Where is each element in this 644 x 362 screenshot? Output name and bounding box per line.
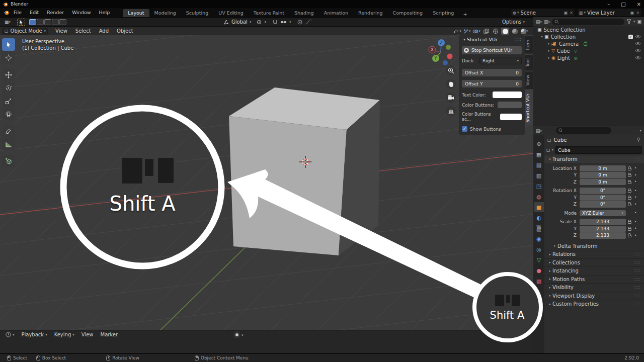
show-buttons-checkbox[interactable]: ✓ <box>462 126 467 132</box>
funnel-filter-icon[interactable] <box>626 19 631 24</box>
collection-checkbox[interactable]: ✓ <box>628 35 633 39</box>
gizmo-y-neg[interactable] <box>446 45 451 50</box>
tool-rotate[interactable] <box>2 81 15 94</box>
lock-icon[interactable] <box>626 180 633 184</box>
show-gizmo-toggle[interactable]: ▾ <box>463 28 471 35</box>
properties-section-header[interactable]: ▸ Viewport Display :::: <box>544 292 644 300</box>
properties-tab-render[interactable]: ▦ <box>534 149 544 159</box>
select-mode-tweak[interactable] <box>29 19 36 25</box>
menu-item[interactable]: Edit <box>26 8 43 17</box>
active-tool-indicator[interactable] <box>17 19 25 26</box>
timeline-editor-type-dropdown[interactable]: ▾ <box>2 332 18 337</box>
outliner-row-cube[interactable]: ▸ ▽ Cube ▽ <box>533 47 644 54</box>
workspace-tab[interactable]: Texture Paint <box>249 9 289 17</box>
animate-dot[interactable]: • <box>633 211 638 215</box>
workspace-tab[interactable]: Scripting <box>428 9 459 17</box>
expand-arrow-icon[interactable]: ▸ <box>546 42 551 46</box>
lock-icon[interactable] <box>626 227 633 231</box>
eye-visibility-icon[interactable] <box>635 55 641 61</box>
rotation-field[interactable]: 0° <box>580 188 626 194</box>
keying-menu[interactable]: Keying ▾ <box>51 332 78 337</box>
outliner-settings-icon[interactable]: ▣ <box>637 19 641 24</box>
outliner-display-mode-icon[interactable]: ▤▾ <box>536 19 542 24</box>
unlink-scene-icon[interactable]: × <box>570 11 573 15</box>
minimize-button[interactable]: – <box>607 2 610 7</box>
animate-dot[interactable]: • <box>633 220 638 224</box>
outliner-filter-icon[interactable]: ▥▾ <box>544 19 550 24</box>
lock-icon[interactable] <box>626 196 633 200</box>
outliner-search[interactable] <box>552 19 624 25</box>
viewport-menu-item[interactable]: Object <box>113 28 137 34</box>
auto-keying-record-button[interactable] <box>233 331 240 338</box>
properties-tab-object[interactable]: ■ <box>534 202 544 212</box>
properties-tab-particles[interactable]: ▒ <box>534 223 544 233</box>
tool-select[interactable] <box>2 38 15 51</box>
tool-add-cube[interactable] <box>2 155 15 167</box>
select-mode-pick[interactable] <box>59 19 66 25</box>
snap-magnet-icon[interactable] <box>272 19 278 25</box>
menu-item[interactable]: Help <box>95 8 114 17</box>
properties-tab-output[interactable]: ▤ <box>534 160 544 170</box>
animate-dot[interactable]: • <box>633 233 638 238</box>
chevron-down-icon[interactable]: ▾ <box>250 20 252 24</box>
properties-section-header[interactable]: ▸ Instancing :::: <box>544 266 644 275</box>
rotation-field[interactable]: 0° <box>580 201 626 208</box>
pivot-point-icon[interactable] <box>256 19 262 25</box>
properties-tab-world[interactable]: ◍ <box>534 192 544 202</box>
expand-arrow-icon[interactable]: ▸ <box>546 56 551 60</box>
eye-visibility-icon[interactable] <box>635 41 641 47</box>
properties-tab-tool[interactable]: ⊕ <box>534 139 544 149</box>
scale-field[interactable]: 2.133 <box>580 232 626 239</box>
workspace-tab[interactable]: Sculpting <box>181 9 213 17</box>
pan-button[interactable] <box>446 79 456 89</box>
animate-dot[interactable]: • <box>633 179 638 184</box>
gizmo-x-pos[interactable] <box>447 54 453 59</box>
perspective-toggle-button[interactable] <box>446 106 456 116</box>
workspace-tab[interactable]: Modeling <box>149 9 181 17</box>
expand-arrow-icon[interactable]: ▸ <box>546 49 551 53</box>
chevron-down-icon[interactable]: ▾ <box>242 333 244 337</box>
select-mode-box[interactable] <box>37 19 44 25</box>
viewport-menu-item[interactable]: Add <box>95 28 113 34</box>
color-buttons-active-swatch[interactable] <box>500 114 522 120</box>
falloff-curve-icon[interactable] <box>305 19 312 25</box>
workspace-tab[interactable]: UV Editing <box>213 9 249 17</box>
properties-tab-physics[interactable]: ◉ <box>534 234 544 244</box>
lock-icon[interactable] <box>626 173 633 177</box>
gizmo-z-neg[interactable] <box>443 60 448 65</box>
workspace-tab[interactable]: Animation <box>319 9 353 17</box>
lock-icon[interactable] <box>626 166 633 170</box>
properties-section-header[interactable]: ▸ Custom Properties :::: <box>544 300 644 308</box>
viewport-menu-item[interactable]: Select <box>71 28 95 34</box>
new-view-layer-icon[interactable]: ▣ <box>630 11 634 15</box>
outliner-row-light[interactable]: ▸ ◉ Light ◎ <box>533 54 644 61</box>
outliner-row-camera[interactable]: ▸ Camera <box>533 40 644 47</box>
properties-editor-icon[interactable]: ▤▾ <box>536 128 542 133</box>
snap-target-icon[interactable] <box>280 19 287 25</box>
stop-shortcut-button[interactable]: × Stop Shortcut VUr <box>462 46 522 54</box>
lock-icon[interactable] <box>626 202 633 206</box>
playback-menu[interactable]: Playback ▾ <box>18 332 51 337</box>
text-color-swatch[interactable] <box>493 92 522 98</box>
cube-object[interactable] <box>229 87 380 255</box>
xray-toggle[interactable] <box>482 28 490 35</box>
blender-menu-icon[interactable] <box>3 10 10 16</box>
animate-dot[interactable]: • <box>633 166 638 170</box>
scale-field[interactable]: 2.133 <box>580 219 626 225</box>
viewport-menu-item[interactable]: View <box>51 28 71 34</box>
offset-y-slider[interactable]: Offset Y 0 <box>462 80 522 87</box>
proportional-editing-icon[interactable] <box>297 19 303 25</box>
timeline-view-menu[interactable]: View <box>78 332 97 337</box>
tool-move[interactable] <box>2 68 15 81</box>
menu-item[interactable]: Render <box>43 8 68 17</box>
object-name-input[interactable] <box>555 146 642 154</box>
properties-tab-texture[interactable]: ▩ <box>534 276 544 286</box>
lock-icon[interactable] <box>626 233 633 237</box>
chevron-down-icon[interactable]: ▾ <box>264 20 266 24</box>
properties-tab-view-layer[interactable]: ▥ <box>534 170 544 180</box>
dock-dropdown[interactable]: Right ▾ <box>479 57 522 64</box>
select-mode-circle[interactable] <box>44 19 51 25</box>
chevron-down-icon[interactable]: ▾ <box>633 20 635 24</box>
sidebar-tab[interactable]: View <box>525 71 533 89</box>
properties-tab-modifiers[interactable]: ◐ <box>534 213 544 223</box>
